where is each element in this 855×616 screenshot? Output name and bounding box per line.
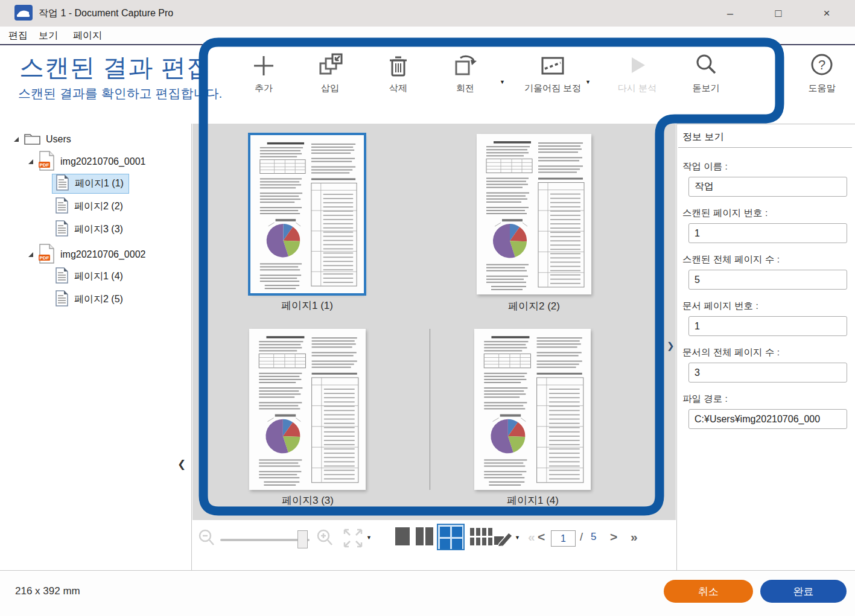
insert-button[interactable]: 삽입 xyxy=(303,52,357,94)
tree-item-page2-2[interactable]: 페이지2 (2) xyxy=(56,197,123,217)
file-path-label: 파일 경로 : xyxy=(682,393,728,405)
page-separator: / xyxy=(580,531,583,544)
magnifier-button[interactable]: 돋보기 xyxy=(679,52,733,94)
page-preview-image xyxy=(249,329,366,490)
tree-item-label: 페이지2 (2) xyxy=(74,200,123,213)
fit-screen-icon[interactable] xyxy=(342,527,364,551)
deskew-button[interactable]: 기울어짐 보정 xyxy=(523,52,583,94)
deskew-dropdown-icon[interactable]: ▼ xyxy=(585,79,591,85)
thumbnail-page1-1[interactable] xyxy=(250,135,364,293)
tree-item-label: 페이지2 (5) xyxy=(74,293,123,306)
page-icon xyxy=(56,267,68,286)
delete-button[interactable]: 삭제 xyxy=(371,52,425,94)
rotate-button[interactable]: 회전 xyxy=(438,52,492,94)
collapse-left-panel-icon[interactable]: ❮ xyxy=(177,458,186,471)
thumbnail-label: 페이지2 (2) xyxy=(468,299,600,313)
tree-item-label: Users xyxy=(46,134,71,145)
document-page-number-label: 문서 페이지 번호 : xyxy=(682,300,758,313)
page-subtitle: 스캔된 결과를 확인하고 편집합니다. xyxy=(18,85,222,102)
close-button[interactable]: × xyxy=(807,0,846,27)
document-total-pages-input[interactable] xyxy=(688,363,847,383)
menu-page[interactable]: 페이지 xyxy=(73,30,102,42)
prev-page-button[interactable]: < xyxy=(538,530,545,544)
cancel-button[interactable]: 취소 xyxy=(664,580,753,603)
page-total: 5 xyxy=(591,531,596,543)
scanned-page-number-label: 스캔된 페이지 번호 : xyxy=(682,207,768,220)
page-preview-image xyxy=(250,135,364,293)
folder-icon xyxy=(24,132,40,147)
info-panel: 정보 보기 작업 이름 : 스캔된 페이지 번호 : 스캔된 전체 페이지 수 … xyxy=(676,124,855,570)
rotate-icon xyxy=(438,52,492,79)
thumbnail-page2-2[interactable] xyxy=(477,134,591,294)
app-logo-icon xyxy=(14,5,33,21)
page-preview-image xyxy=(474,329,591,490)
scanned-page-number-input[interactable] xyxy=(688,223,847,243)
tree-item-page1-1[interactable]: 페이지1 (1) xyxy=(52,174,129,194)
window-title: 작업 1 - Document Capture Pro xyxy=(39,7,173,20)
page-title: 스캔된 결과 편집 xyxy=(19,51,212,84)
tree-item-page1-4[interactable]: 페이지1 (4) xyxy=(56,267,123,287)
page-icon xyxy=(56,197,68,216)
document-page-number-input[interactable] xyxy=(688,316,847,336)
minimize-button[interactable]: – xyxy=(711,0,749,27)
zoom-in-icon[interactable] xyxy=(316,529,334,550)
tree-item-page3-3[interactable]: 페이지3 (3) xyxy=(56,220,123,240)
file-path-input[interactable] xyxy=(688,409,847,429)
expander-icon[interactable] xyxy=(13,134,19,145)
next-page-button[interactable]: > xyxy=(610,530,617,544)
deskew-icon xyxy=(523,52,583,79)
plus-icon xyxy=(237,52,291,79)
page-icon xyxy=(56,174,69,193)
trash-icon xyxy=(371,52,425,79)
menu-edit[interactable]: 편집 xyxy=(8,30,28,42)
tree-item-page2-5[interactable]: 페이지2 (5) xyxy=(56,290,123,310)
tree-item-label: img20210706_0002 xyxy=(60,249,145,260)
tree-item-doc1[interactable]: PDF img20210706_0001 xyxy=(28,150,145,173)
scanned-total-pages-label: 스캔된 전체 페이지 수 : xyxy=(682,253,780,266)
view-two-icon[interactable] xyxy=(416,527,433,545)
divider xyxy=(678,147,852,148)
page-preview-image xyxy=(477,134,591,294)
collapse-right-panel-icon[interactable]: ❯ xyxy=(667,340,675,351)
edit-dropdown-icon[interactable]: ▼ xyxy=(515,535,520,541)
zoom-slider-track[interactable] xyxy=(220,539,310,541)
document-total-pages-label: 문서의 전체 페이지 수 : xyxy=(682,346,780,359)
insert-icon xyxy=(303,52,357,79)
reanalyze-button: 다시 분석 xyxy=(607,52,667,94)
first-page-button[interactable]: « xyxy=(528,530,535,544)
last-page-button[interactable]: » xyxy=(631,530,638,544)
page-number-input[interactable] xyxy=(551,530,576,547)
thumbnail-page1-4[interactable] xyxy=(474,329,591,490)
view-single-icon[interactable] xyxy=(395,527,410,545)
thumbnail-label: 페이지1 (4) xyxy=(466,494,599,507)
view-four-icon[interactable] xyxy=(437,524,465,550)
tree-item-users[interactable]: Users xyxy=(13,131,71,148)
expander-icon[interactable] xyxy=(28,156,34,167)
help-button[interactable]: ? 도움말 xyxy=(795,52,849,94)
header-toolbar: 스캔된 결과 편집 스캔된 결과를 확인하고 편집합니다. 추가 삽입 xyxy=(0,46,855,124)
svg-text:?: ? xyxy=(818,57,825,72)
expander-icon[interactable] xyxy=(28,249,34,260)
rotate-dropdown-icon[interactable]: ▼ xyxy=(500,79,505,85)
add-button[interactable]: 추가 xyxy=(237,52,291,94)
thumbnail-area: 페이지1 (1) 페이지2 (2) 페이지3 (3) 페이지1 (4) xyxy=(192,124,676,520)
maximize-button[interactable]: □ xyxy=(759,0,798,27)
done-button[interactable]: 완료 xyxy=(760,580,847,603)
pdf-icon: PDF xyxy=(39,151,55,173)
menu-view[interactable]: 보기 xyxy=(39,30,58,42)
thumbnail-page3-3[interactable] xyxy=(249,329,366,490)
thumbnail-label: 페이지1 (1) xyxy=(241,299,373,313)
menu-bar: 편집 보기 페이지 xyxy=(0,27,855,45)
tree-item-label: 페이지3 (3) xyxy=(74,223,123,236)
scanned-total-pages-input[interactable] xyxy=(688,270,847,290)
job-name-input[interactable] xyxy=(688,177,847,197)
zoom-slider-handle[interactable] xyxy=(297,530,308,548)
info-panel-title: 정보 보기 xyxy=(682,131,723,144)
edit-marker-icon[interactable] xyxy=(493,528,513,550)
tree-item-doc2[interactable]: PDF img20210706_0002 xyxy=(28,243,145,266)
pdf-icon: PDF xyxy=(39,244,55,266)
tree-item-label: 페이지1 (1) xyxy=(75,177,124,190)
fit-dropdown-icon[interactable]: ▼ xyxy=(366,535,372,541)
view-grid-icon[interactable] xyxy=(470,528,492,545)
zoom-out-icon[interactable] xyxy=(197,529,215,550)
